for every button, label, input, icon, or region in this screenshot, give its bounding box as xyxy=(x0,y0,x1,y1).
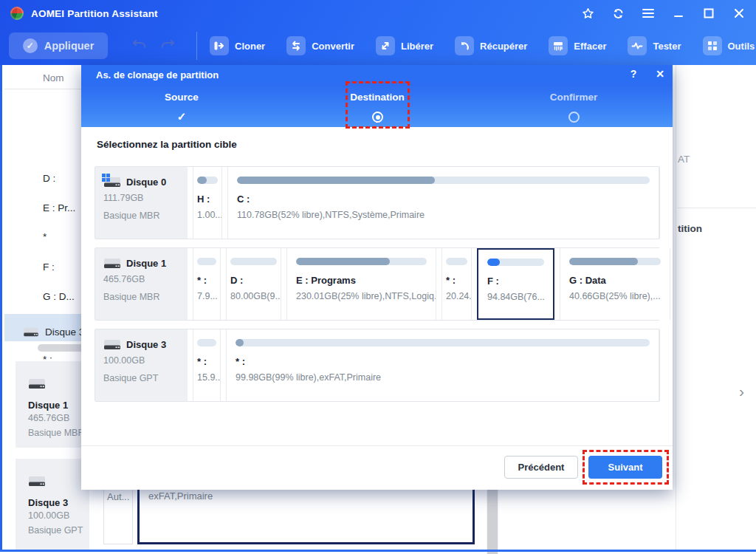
partition-cell-f-selected[interactable]: F : 94.84GB(76... xyxy=(477,248,554,320)
clone-icon xyxy=(210,36,229,55)
redo-icon[interactable] xyxy=(159,38,176,54)
wizard-stepper: Source ✓ Destination Confirmer xyxy=(81,85,673,127)
disk-name: Disque 1 xyxy=(28,400,89,411)
disk-panel: Disque 3 100.00GB Basique GPT xyxy=(95,329,188,401)
disk1-panel[interactable]: Disque 1 465.76GB Basique MBR xyxy=(16,361,89,448)
toolbar: ✓ Appliquer Cloner Convertir Li xyxy=(0,27,756,65)
tools-grid-icon xyxy=(703,36,722,55)
free-space-icon xyxy=(376,36,395,55)
panel-divider xyxy=(678,208,756,208)
refresh-icon[interactable] xyxy=(611,7,625,20)
step-source: Source ✓ xyxy=(108,92,255,124)
check-circle-icon: ✓ xyxy=(23,38,38,53)
titlebar: AOMEI Partition Assistant xyxy=(0,0,756,27)
maximize-icon[interactable] xyxy=(702,7,715,20)
partition-cell-d[interactable]: D : 80.00GB(9... xyxy=(226,248,281,320)
stepper-connector xyxy=(192,132,369,134)
tool-recuperer[interactable]: Récupérer xyxy=(455,36,527,55)
tool-liberer[interactable]: Libérer xyxy=(376,36,433,55)
disk-type: Basique GPT xyxy=(28,523,89,538)
section-title: Sélectionnez la partition cible xyxy=(97,139,237,150)
step-pending-radio-icon xyxy=(568,112,580,123)
disk-icon xyxy=(28,380,46,392)
right-info-panel: AT tition › xyxy=(676,65,756,550)
partition-cell-g[interactable]: G : Data 40.66GB(25% libre),... xyxy=(560,248,670,320)
windows-logo-badge xyxy=(102,174,110,182)
dialog-titlebar: As. de clonage de partition ? ✕ xyxy=(81,65,673,85)
step-current-radio-icon xyxy=(372,112,383,123)
disk3-panel[interactable]: Disque 3 100.00GB Basique GPT xyxy=(16,459,89,550)
list-item[interactable]: G : D... xyxy=(43,291,75,302)
step-confirmer: Confirmer xyxy=(500,92,647,124)
partition-cell[interactable]: * : 99.98GB(99% libre),exFAT,Primaire xyxy=(226,329,659,401)
partition-cell[interactable]: * : 15.9... xyxy=(193,329,221,401)
minimize-icon[interactable] xyxy=(672,7,685,20)
app-logo-icon xyxy=(10,7,24,20)
list-item[interactable]: * xyxy=(43,231,47,242)
system-disk-icon xyxy=(103,176,121,188)
menu-icon[interactable] xyxy=(642,7,655,20)
disk-row-1: Disque 1 465.76GB Basique MBR * : 7.9...… xyxy=(94,247,660,321)
disk-panel: Disque 0 111.79GB Basique MBR xyxy=(95,167,188,239)
step-destination: Destination xyxy=(303,92,451,124)
partition-cell[interactable]: * : 20.24... xyxy=(441,248,472,320)
partition-cell-c[interactable]: C : 110.78GB(52% libre),NTFS,Système,Pri… xyxy=(227,167,659,239)
dialog-title: As. de clonage de partition xyxy=(96,69,219,81)
disk-icon xyxy=(103,338,121,351)
recover-icon xyxy=(455,36,474,55)
next-button[interactable]: Suivant xyxy=(588,456,662,479)
test-pulse-icon xyxy=(628,36,647,55)
tool-outils[interactable]: Outils xyxy=(703,36,755,55)
apply-button[interactable]: ✓ Appliquer xyxy=(9,33,108,59)
disk-icon xyxy=(28,477,46,490)
wipe-shredder-icon xyxy=(549,36,568,55)
step-done-check-icon: ✓ xyxy=(177,110,187,123)
window-bottom-border xyxy=(0,550,756,552)
favorite-star-icon[interactable] xyxy=(581,7,594,20)
window-chrome: AOMEI Partition Assistant xyxy=(0,0,756,65)
list-item[interactable]: F : xyxy=(43,261,55,273)
disk-icon xyxy=(103,257,121,270)
partition-cell[interactable]: * : 7.9... xyxy=(193,248,221,320)
disk-icon xyxy=(23,326,39,338)
column-header-name: Nom xyxy=(43,72,64,83)
truncated-text: tition xyxy=(678,223,702,234)
partition-cell-e[interactable]: E : Programs 230.01GB(25% libre),NTFS,Lo… xyxy=(286,248,436,320)
partition-cell-h[interactable]: H : 1.00... xyxy=(193,167,222,239)
truncated-text: AT xyxy=(678,154,690,165)
disk-panel: Disque 1 465.76GB Basique MBR xyxy=(95,248,188,320)
convert-icon xyxy=(286,36,306,55)
tool-effacer[interactable]: Effacer xyxy=(549,36,606,55)
app-window: AOMEI Partition Assistant xyxy=(0,0,756,554)
footer-divider xyxy=(81,445,673,446)
toolbar-divider xyxy=(196,32,197,60)
list-item[interactable]: D : xyxy=(43,173,55,184)
back-button[interactable]: Précédent xyxy=(504,456,578,479)
disk-size: 100.00GB xyxy=(28,508,89,523)
undo-icon[interactable] xyxy=(131,38,148,54)
app-title: AOMEI Partition Assistant xyxy=(31,8,158,19)
help-icon[interactable]: ? xyxy=(627,68,640,80)
clone-wizard-dialog: As. de clonage de partition ? ✕ Source ✓… xyxy=(81,65,673,490)
disk-row-3: Disque 3 100.00GB Basique GPT * : 15.9..… xyxy=(94,329,660,402)
tool-cloner[interactable]: Cloner xyxy=(210,36,265,55)
disk-row-0: Disque 0 111.79GB Basique MBR H : 1.00..… xyxy=(94,166,660,239)
list-item-disk3[interactable]: Disque 3 xyxy=(23,326,84,338)
tool-convertir[interactable]: Convertir xyxy=(286,36,354,55)
collapse-chevron-icon[interactable]: › xyxy=(739,383,744,400)
disk-size: 465.76GB xyxy=(28,411,89,425)
list-item[interactable]: E : Pr... xyxy=(43,202,75,213)
dialog-close-icon[interactable]: ✕ xyxy=(653,68,667,80)
tool-tester[interactable]: Tester xyxy=(628,36,681,55)
stepper-connector xyxy=(388,132,565,134)
disk-type: Basique MBR xyxy=(28,425,89,440)
close-icon[interactable] xyxy=(732,7,746,20)
disk-name: Disque 3 xyxy=(28,497,89,508)
